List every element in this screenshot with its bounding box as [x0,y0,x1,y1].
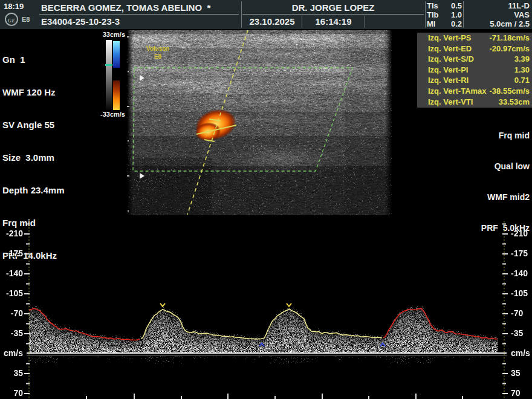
system-model: E8 [22,16,30,23]
wmf-readout: WMF 120 Hz [2,87,65,98]
axis-label-left--70: -70 [0,308,23,318]
axis-label-left--105: -105 [0,288,23,298]
header-divider [242,14,424,15]
measurement-panel: Izq. Vert-PS-71.18cm/s Izq. Vert-ED-20.9… [417,33,532,108]
axis-label-right--70: -70 [511,308,532,318]
tis-label: TIs [427,1,438,10]
axis-label-left-35: 35 [0,368,23,378]
color-bar-toward [113,41,120,68]
clock: 18:19 [4,2,24,11]
axis-label-right--35: -35 [511,328,532,338]
axis-label-right--140: -140 [511,268,532,278]
ti-row-mi: MI 0.2 [427,19,462,28]
ti-row-tis: TIs 0.5 [427,1,462,10]
measurement-row: Izq. Vert-PS-71.18cm/s [417,33,532,44]
ti-row-tib: TIb 1.0 [427,10,462,19]
doppler-frequency: Frq mid [417,131,530,141]
depth-readout: Depth 23.4mm [2,185,65,196]
physician-name: DR. JORGE LOPEZ [242,2,424,13]
measurement-row: Izq. Vert-RI0.71 [417,75,532,86]
header-divider [463,1,464,28]
axis-label-right--175: -175 [511,248,532,258]
axis-label-right--105: -105 [511,288,532,298]
mi-value: 0.2 [451,19,462,28]
measurement-row: Izq. Vert-ED-20.97cm/s [417,44,532,54]
gain-readout: Gn 1 [2,54,65,65]
axis-label-left--35: -35 [0,328,23,338]
measurement-row: Izq. Vert-TAmax-38.55cm/s [417,86,532,97]
exam-id: E34004-25-10-23-3 [41,16,120,27]
axis-label-right-70: 70 [511,388,532,398]
tib-value: 1.0 [451,10,462,19]
ge-logo-icon: GE [5,13,18,26]
axis-label-left--175: -175 [0,248,23,258]
sv-angle-readout: SV Angle 55 [2,120,65,131]
axis-label-right--210: -210 [511,229,532,238]
depth-zoom: 5.0cm / 2.5 [465,19,530,28]
color-scale-max: 33cm/s [99,31,125,38]
measurement-row: Izq. Vert-PI1.30 [417,65,532,76]
probe-name: 11L-D [465,1,530,10]
header-divider [365,16,365,28]
axis-label-left--210: -210 [0,229,23,238]
axis-label-left-cm/s: cm/s [0,348,23,358]
spectrum-area: -210-210-175-175-140-140-105-105-70-70-3… [0,218,532,399]
color-bar-away [113,80,120,110]
doppler-quality: Qual low [417,161,530,172]
exam-date: 23.10.2025 [242,16,302,27]
grayscale-marker [105,64,112,66]
mi-label: MI [427,19,435,28]
axis-label-left--140: -140 [0,268,23,278]
header-bar: 18:19 GE E8 BECERRA GOMEZ, TOMAS ABELINO… [0,0,532,29]
measurement-row: Izq. Vert-VTI33.53cm [417,97,532,108]
axis-label-left-70: 70 [0,388,23,398]
exam-time: 16:14:19 [302,16,365,27]
axis-label-right-35: 35 [511,368,532,378]
ultrasound-screen: 18:19 GE E8 BECERRA GOMEZ, TOMAS ABELINO… [0,0,532,399]
tis-value: 0.5 [451,1,462,10]
patient-name: BECERRA GOMEZ, TOMAS ABELINO * [41,2,210,13]
spectrum-display [0,218,532,399]
doppler-wmf: WMF mid2 [417,192,530,203]
header-divider [425,1,426,28]
header-divider [39,14,239,15]
preset-name: VAS [465,10,530,19]
measurement-row: Izq. Vert-S/D3.39 [417,54,532,65]
gate-size-readout: Size 3.0mm [2,152,65,163]
bmode-image[interactable] [127,30,392,215]
tib-label: TIb [427,10,439,19]
grayscale-bar [106,40,112,110]
color-scale-min: -33cm/s [94,111,125,118]
axis-label-right-cm/s: cm/s [511,348,532,358]
